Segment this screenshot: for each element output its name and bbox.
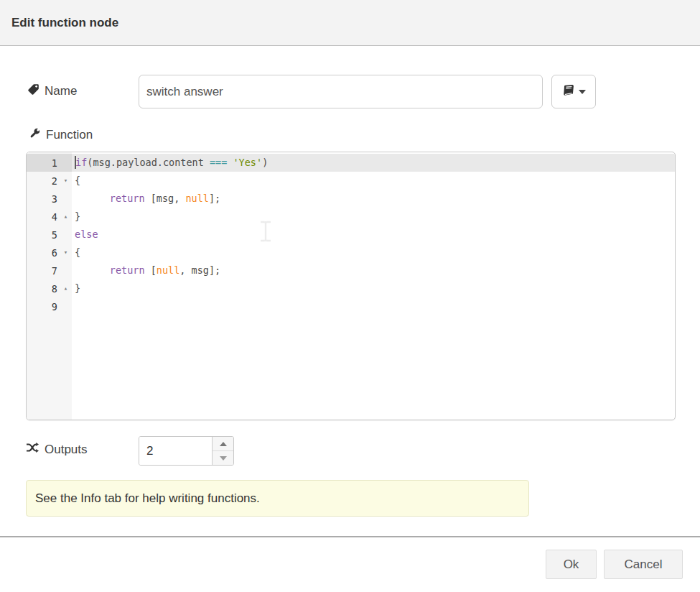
code-line[interactable]: {: [72, 244, 675, 262]
fold-open-icon[interactable]: ▾: [60, 244, 72, 262]
spinner-buttons: [212, 437, 233, 465]
code-line[interactable]: return [null, msg];: [72, 262, 675, 279]
dialog-title: Edit function node: [11, 16, 118, 30]
gutter-line: 6▾: [27, 244, 72, 262]
line-number: 1: [27, 157, 60, 169]
gutter-line: 1: [27, 154, 72, 172]
line-number: 6: [27, 247, 60, 259]
outputs-input[interactable]: [139, 437, 212, 465]
library-button[interactable]: [551, 75, 596, 108]
dialog-header: Edit function node: [0, 0, 700, 46]
code-token-plain: {: [75, 246, 80, 258]
code-token-plain: {: [75, 175, 80, 186]
gutter-line: 8▴: [27, 279, 72, 297]
code-token-plain: ): [262, 157, 268, 168]
fold-close-icon[interactable]: ▴: [60, 279, 72, 297]
code-token-keyword: return: [110, 193, 145, 204]
line-number: 8: [27, 283, 60, 295]
line-number: 2: [27, 175, 60, 187]
code-token-plain: [75, 264, 110, 276]
function-label: Function: [29, 127, 93, 143]
code-token-keyword: return: [110, 264, 145, 276]
code-token-plain: [75, 193, 110, 204]
gutter-line: 7: [27, 262, 72, 279]
gutter-line: 4▴: [27, 208, 72, 226]
code-line[interactable]: }: [72, 279, 675, 297]
gutter-line: 9: [27, 297, 72, 315]
code-token-plain: ];: [209, 193, 220, 204]
function-code-editor[interactable]: 12▾34▴56▾78▴9 if(msg.payload.content ===…: [26, 152, 676, 420]
code-token-operator: ===: [210, 157, 227, 168]
info-message-text: See the Info tab for help writing functi…: [35, 491, 260, 506]
name-input[interactable]: [139, 75, 543, 108]
code-token-plain: [: [145, 264, 157, 276]
info-message-box: See the Info tab for help writing functi…: [26, 480, 529, 517]
fold-close-icon[interactable]: ▴: [60, 208, 72, 226]
editor-gutter: 12▾34▴56▾78▴9: [27, 152, 72, 420]
spinner-down-button[interactable]: [213, 451, 233, 465]
code-token-keyword: if: [75, 157, 87, 168]
code-line[interactable]: if(msg.payload.content === 'Yes'): [72, 154, 675, 172]
line-number: 9: [27, 301, 60, 313]
footer-divider: [0, 536, 700, 537]
code-line[interactable]: {: [72, 172, 675, 190]
code-token-keyword: else: [75, 228, 98, 240]
caret-down-icon: [579, 90, 586, 94]
name-label-text: Name: [45, 84, 77, 98]
gutter-line: 2▾: [27, 172, 72, 190]
line-number: 3: [27, 193, 60, 205]
outputs-label: Outputs: [26, 442, 88, 457]
code-line[interactable]: }: [72, 208, 675, 226]
code-line[interactable]: [72, 297, 675, 315]
outputs-spinner: [139, 436, 234, 466]
gutter-line: 5: [27, 226, 72, 244]
code-token-plain: [msg,: [145, 193, 186, 204]
fold-open-icon[interactable]: ▾: [60, 172, 72, 190]
code-token-plain: (msg.payload.content: [87, 157, 210, 168]
arrow-down-icon: [220, 456, 227, 461]
code-line[interactable]: else: [72, 226, 675, 244]
code-token-plain: , msg];: [179, 264, 220, 276]
editor-code-area[interactable]: if(msg.payload.content === 'Yes'){ retur…: [72, 152, 675, 420]
function-label-text: Function: [46, 128, 93, 142]
tag-icon: [27, 83, 39, 99]
name-label: Name: [27, 83, 77, 99]
ok-button[interactable]: Ok: [546, 550, 597, 579]
arrow-up-icon: [220, 442, 227, 446]
code-token-string: 'Yes': [233, 157, 262, 168]
wrench-icon: [29, 127, 41, 143]
code-token-plain: }: [75, 211, 80, 222]
outputs-label-text: Outputs: [45, 443, 88, 457]
book-icon: [562, 85, 574, 98]
code-token-constant: null: [157, 264, 180, 276]
shuffle-icon: [26, 442, 39, 457]
spinner-up-button[interactable]: [213, 437, 233, 451]
line-number: 7: [27, 265, 60, 277]
code-token-constant: null: [185, 193, 209, 204]
cancel-button[interactable]: Cancel: [604, 550, 683, 579]
code-token-plain: }: [75, 282, 80, 294]
gutter-line: 3: [27, 190, 72, 208]
line-number: 4: [27, 211, 60, 223]
code-line[interactable]: return [msg, null];: [72, 190, 675, 208]
line-number: 5: [27, 229, 60, 241]
